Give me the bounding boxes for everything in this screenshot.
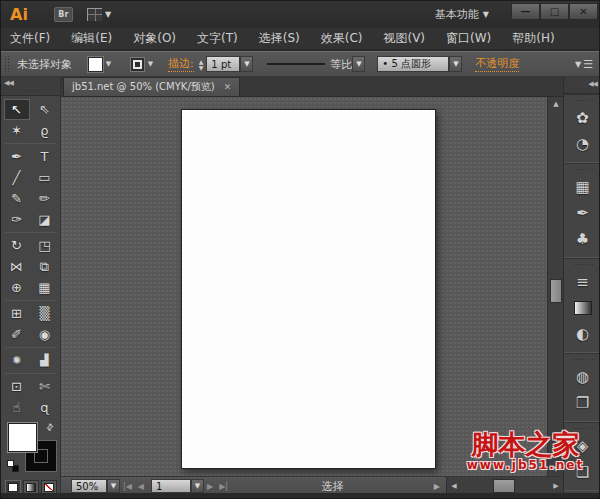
rotate-tool[interactable]: ↻ [4,235,30,256]
menu-view[interactable]: 视图(V) [383,30,425,47]
control-bar-grip[interactable] [4,55,9,73]
gradient-panel-button[interactable] [570,296,596,320]
scale-tool[interactable]: ◳ [32,235,58,256]
stroke-panel-button[interactable]: ≡ [570,270,596,294]
fill-swatch[interactable] [88,57,103,72]
next-artboard-button[interactable]: ▶ [207,482,213,491]
eyedropper-tool[interactable]: ✐ [4,324,30,345]
default-fill-stroke-icon[interactable] [7,460,19,472]
dock-group-grip[interactable] [573,168,593,172]
brush-definition-dropdown[interactable]: ▼ [449,56,462,72]
stroke-dropdown-caret-icon[interactable]: ▼ [145,57,156,72]
menu-help[interactable]: 帮助(H) [512,30,554,47]
symbols-panel-button[interactable]: ♣ [570,227,596,251]
eraser-tool[interactable]: ◪ [32,209,58,230]
zoom-dropdown[interactable]: ▼ [107,479,120,493]
fill-color-swatch[interactable] [8,423,37,452]
artboards-panel-button[interactable]: ❏ [570,460,596,484]
magic-wand-tool[interactable]: ✶ [4,120,30,141]
width-tool[interactable]: ⋈ [4,256,30,277]
color-guide-panel-button[interactable]: ◔ [570,132,596,156]
width-profile-dropdown[interactable]: ▼ [352,56,365,72]
pen-tool[interactable]: ✒ [4,146,30,167]
control-panel-menu-button[interactable]: ▼ ☰ [575,58,593,71]
tab-close-icon[interactable]: ✕ [224,82,232,92]
minimize-button[interactable]: — [511,3,540,20]
menu-file[interactable]: 文件(F) [10,30,50,47]
swap-fill-stroke-icon[interactable]: ⇄ [44,421,56,433]
shape-builder-tool[interactable]: ⊕ [4,277,30,298]
direct-selection-tool[interactable]: ⇖ [32,99,58,120]
menu-type[interactable]: 文字(T) [197,30,238,47]
color-button[interactable] [5,480,21,494]
first-artboard-button[interactable]: |◀ [123,482,132,491]
workspace-switcher[interactable]: 基本功能 [435,7,479,22]
gradient-tool[interactable]: ▒ [32,303,58,324]
horizontal-scrollbar-thumb[interactable] [493,479,515,493]
stroke-swatch[interactable] [130,57,145,72]
pencil-tool[interactable]: ✏ [32,188,58,209]
previous-artboard-button[interactable]: ◀ [138,482,144,491]
vertical-scrollbar[interactable]: ▲ ▼ [547,97,563,476]
dock-group-grip[interactable] [573,427,593,431]
dock-group-grip[interactable] [573,263,593,267]
artboard[interactable] [181,109,436,469]
free-transform-tool[interactable]: ⧉ [32,256,58,277]
graphic-styles-panel-button[interactable]: ❐ [570,391,596,415]
column-graph-tool[interactable]: ▟ [32,350,58,371]
last-artboard-button[interactable]: ▶| [219,482,228,491]
selection-tool[interactable]: ↖ [4,99,30,120]
menu-edit[interactable]: 编辑(E) [71,30,112,47]
color-panel-button[interactable]: ✿ [570,106,596,130]
swatches-panel-button[interactable]: ▦ [570,175,596,199]
lasso-tool[interactable]: ϱ [32,120,58,141]
artboard-number-input[interactable]: 1 [151,479,191,493]
opacity-panel-link[interactable]: 不透明度 [475,56,519,72]
document-tab[interactable]: jb51.net @ 50% (CMYK/预览) ✕ [63,77,240,96]
dock-group-grip[interactable] [573,99,593,103]
close-button[interactable]: ✕ [569,3,598,20]
brush-definition-input[interactable]: • 5 点圆形 [377,56,449,72]
menu-select[interactable]: 选择(S) [259,30,300,47]
menu-effect[interactable]: 效果(C) [321,30,363,47]
gradient-button[interactable] [23,480,39,494]
hand-tool[interactable]: ☝ [4,397,30,418]
scroll-down-icon[interactable]: ▼ [548,462,564,476]
none-button[interactable] [41,480,57,494]
dock-group-grip[interactable] [573,358,593,362]
canvas-area[interactable] [61,97,547,476]
bridge-button[interactable]: Br [54,7,73,22]
symbol-sprayer-tool[interactable]: ✺ [4,350,30,371]
stepper-up-icon[interactable]: ▲ [199,59,204,64]
perspective-grid-tool[interactable]: ▦ [32,277,58,298]
slice-tool[interactable]: ✄ [32,376,58,397]
fill-dropdown-caret-icon[interactable]: ▼ [103,57,114,72]
stroke-width-stepper[interactable]: ▲ ▼ [199,59,204,70]
stroke-width-input[interactable]: 1 pt [206,56,240,72]
scroll-up-icon[interactable]: ▲ [548,97,564,111]
appearance-panel-button[interactable]: ◍ [570,365,596,389]
type-tool[interactable]: T [32,146,58,167]
status-flyout-icon[interactable]: ▶ [434,482,440,491]
zoom-tool[interactable]: ɋ [32,397,58,418]
artboard-dropdown[interactable]: ▼ [191,479,204,493]
transparency-panel-button[interactable]: ◐ [570,322,596,346]
tools-panel-grip[interactable] [17,89,43,93]
stepper-down-icon[interactable]: ▼ [199,65,204,70]
paintbrush-tool[interactable]: ✎ [4,188,30,209]
collapse-tools-icon[interactable]: ◀◀ [4,79,13,87]
line-segment-tool[interactable]: ╱ [4,167,30,188]
blend-tool[interactable]: ◉ [32,324,58,345]
expand-panels-icon[interactable]: ◀◀ [588,80,597,88]
menu-object[interactable]: 对象(O) [133,30,176,47]
mesh-tool[interactable]: ⊞ [4,303,30,324]
stroke-panel-link[interactable]: 描边: [168,56,194,72]
artboard-tool[interactable]: ⊡ [4,376,30,397]
stroke-width-dropdown[interactable]: ▼ [240,56,253,72]
maximize-button[interactable]: □ [540,3,569,20]
rectangle-tool[interactable]: ▭ [32,167,58,188]
zoom-level-input[interactable]: 50% [71,479,107,493]
arrange-documents-button[interactable]: ▼ [87,8,111,21]
layers-panel-button[interactable]: ◈ [570,434,596,458]
brushes-panel-button[interactable]: ✒ [570,201,596,225]
